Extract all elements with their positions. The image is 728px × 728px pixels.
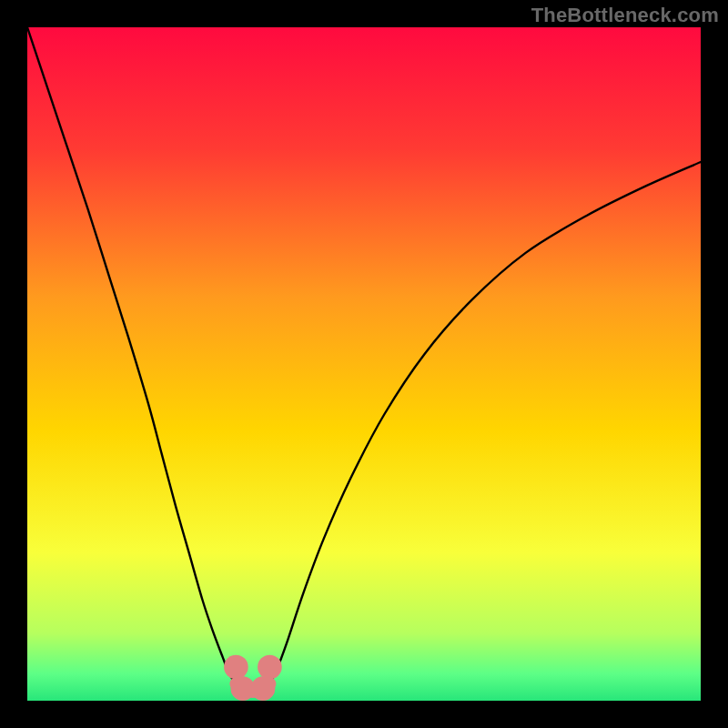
marker-endpoint-right-bottom [251,676,276,701]
marker-endpoint-left-top [224,655,248,680]
marker-endpoint-right-top [258,655,282,680]
outer-frame: TheBottleneck.com [0,0,728,728]
gradient-background [27,27,701,701]
bottleneck-chart [27,27,701,701]
attribution-text: TheBottleneck.com [531,4,719,27]
